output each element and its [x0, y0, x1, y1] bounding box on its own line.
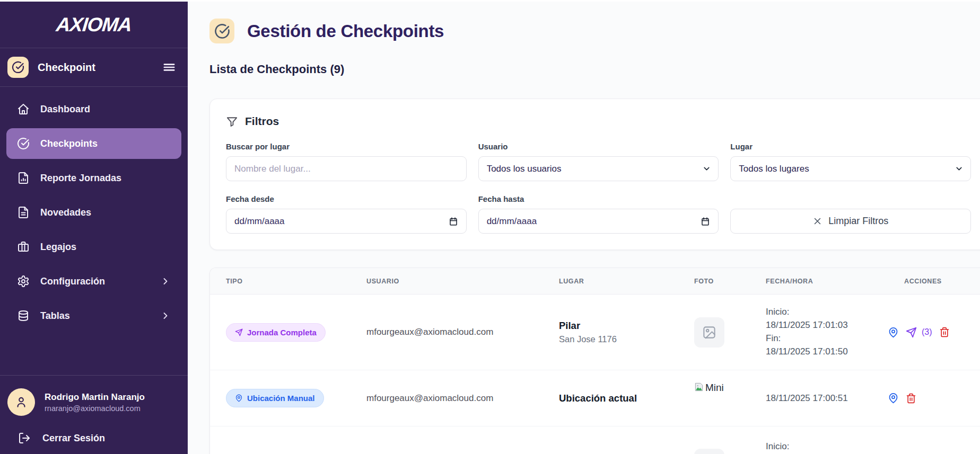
datetime-cell: Inicio: — [766, 440, 888, 453]
top-edge-strip — [0, 0, 980, 2]
photo-alt-text: Mini — [705, 382, 724, 394]
map-pin-icon — [888, 327, 899, 338]
column-header-usuario: USUARIO — [366, 278, 559, 285]
place-cell: Ubicación actual — [559, 393, 694, 404]
delete-button[interactable] — [906, 393, 916, 404]
sidebar-item-legajos[interactable]: Legajos — [6, 232, 181, 262]
user-email-cell: mfourgeaux@axiomacloud.com — [366, 327, 559, 337]
date-from-input[interactable]: dd/mm/aaaa — [226, 209, 467, 234]
user-email-cell: mfourgeaux@axiomacloud.com — [366, 393, 559, 404]
sidebar-item-label: Checkpoints — [40, 138, 98, 149]
place-cell: Pilar San Jose 1176 — [559, 320, 694, 344]
filter-place: Lugar Todos los lugares — [730, 142, 971, 181]
file-text-icon — [17, 206, 30, 219]
sidebar-item-label: Novedades — [40, 207, 91, 218]
sidebar-item-reporte-jornadas[interactable]: Reporte Jornadas — [6, 163, 181, 193]
delete-button[interactable] — [939, 327, 950, 337]
table-header-row: TIPO USUARIO LUGAR FOTO FECHA/HORA ACCIO… — [210, 268, 980, 295]
trash-icon — [939, 327, 950, 337]
filter-search-place: Buscar por lugar — [226, 142, 467, 181]
column-header-tipo: TIPO — [226, 278, 366, 285]
datetime-cell: 18/11/2025 17:00:51 — [766, 392, 888, 405]
column-header-foto: FOTO — [694, 278, 766, 285]
funnel-icon — [226, 115, 238, 128]
broken-image-icon — [694, 382, 704, 392]
sidebar-item-label: Tablas — [40, 310, 70, 322]
type-badge-ubicacion-manual: Ubicación Manual — [226, 389, 324, 407]
date-to-label: Fecha hasta — [478, 194, 719, 203]
avatar — [7, 388, 35, 416]
photo-placeholder — [694, 449, 724, 454]
gear-icon — [17, 275, 30, 288]
user-info: Rodrigo Martin Naranjo rnaranjo@axiomacl… — [7, 388, 180, 416]
actions-cell: (3) — [888, 327, 980, 338]
view-location-button[interactable] — [888, 393, 899, 404]
date-from-value: dd/mm/aaaa — [234, 216, 285, 227]
hamburger-icon — [162, 60, 176, 74]
actions-cell — [888, 393, 980, 404]
close-icon — [813, 217, 822, 226]
search-place-input[interactable] — [226, 156, 467, 181]
sidebar-nav: Dashboard Checkpoints Reporte Jornadas N… — [0, 87, 188, 335]
photo-thumbnail-broken[interactable]: Mini — [694, 382, 766, 394]
filters-header: Filtros — [226, 115, 971, 128]
type-badge-jornada-completa: Jornada Completa — [226, 323, 326, 342]
send-icon — [235, 328, 243, 336]
datetime-cell: Inicio: 18/11/2025 17:01:03 Fin: 18/11/2… — [766, 306, 888, 359]
check-circle-icon — [17, 137, 30, 150]
axioma-logo: AXIOMA — [55, 14, 133, 36]
date-to-input[interactable]: dd/mm/aaaa — [478, 209, 719, 234]
image-icon — [702, 325, 716, 340]
user-icon — [14, 395, 28, 409]
search-place-label: Buscar por lugar — [226, 142, 467, 151]
logo-area: AXIOMA — [0, 2, 188, 48]
sidebar-item-novedades[interactable]: Novedades — [6, 197, 181, 228]
filters-title: Filtros — [245, 115, 279, 128]
user-select[interactable]: Todos los usuarios — [478, 156, 719, 181]
chevron-right-icon — [160, 276, 171, 287]
app-title: Checkpoint — [38, 61, 95, 74]
filter-date-to: Fecha hasta dd/mm/aaaa — [478, 194, 719, 234]
page-title-icon — [209, 19, 234, 43]
briefcase-icon — [17, 241, 30, 253]
notification-count: (3) — [922, 327, 932, 337]
filter-date-from: Fecha desde dd/mm/aaaa — [226, 194, 467, 234]
list-title: Lista de Checkpoints (9) — [209, 63, 980, 76]
sidebar-item-checkpoints[interactable]: Checkpoints — [6, 128, 181, 159]
place-label: Lugar — [730, 142, 971, 151]
file-chart-icon — [17, 172, 30, 184]
chevron-right-icon — [160, 310, 171, 321]
menu-toggle-button[interactable] — [162, 60, 176, 74]
main-content: Gestión de Checkpoints Lista de Checkpoi… — [188, 2, 980, 454]
clear-filters-button[interactable]: Limpiar Filtros — [730, 209, 971, 234]
sidebar-item-label: Configuración — [40, 276, 105, 287]
database-icon — [17, 309, 30, 322]
checkpoint-app-icon — [7, 57, 29, 78]
send-icon — [906, 327, 917, 338]
sidebar-item-configuracion[interactable]: Configuración — [6, 266, 181, 297]
photo-placeholder — [694, 317, 724, 348]
user-email: rnaranjo@axiomacloud.com — [45, 404, 145, 413]
logout-label: Cerrar Sesión — [42, 433, 105, 444]
place-select[interactable]: Todos los lugares — [730, 156, 971, 181]
page-title: Gestión de Checkpoints — [247, 21, 444, 41]
table-row: Ubicación Manual mfourgeaux@axiomacloud.… — [210, 370, 980, 426]
view-location-button[interactable] — [888, 327, 899, 338]
sidebar-footer: Rodrigo Martin Naranjo rnaranjo@axiomacl… — [0, 375, 188, 454]
logout-button[interactable]: Cerrar Sesión — [7, 432, 180, 444]
map-pin-icon — [235, 394, 243, 402]
column-header-fecha-hora: FECHA/HORA — [766, 278, 888, 285]
column-header-lugar: LUGAR — [559, 278, 694, 285]
table-row: Inicio: — [210, 426, 980, 454]
sidebar-item-label: Legajos — [40, 242, 76, 253]
sidebar-item-label: Dashboard — [40, 104, 90, 115]
date-to-value: dd/mm/aaaa — [487, 216, 537, 227]
sidebar-item-tablas[interactable]: Tablas — [6, 300, 181, 331]
calendar-icon — [701, 217, 710, 226]
app-header: Checkpoint — [0, 48, 188, 87]
user-name: Rodrigo Martin Naranjo — [45, 391, 145, 403]
page-header: Gestión de Checkpoints — [209, 19, 980, 43]
sidebar-item-dashboard[interactable]: Dashboard — [6, 94, 181, 124]
send-notifications-button[interactable] — [906, 327, 917, 338]
table-row: Jornada Completa mfourgeaux@axiomacloud.… — [210, 295, 980, 370]
